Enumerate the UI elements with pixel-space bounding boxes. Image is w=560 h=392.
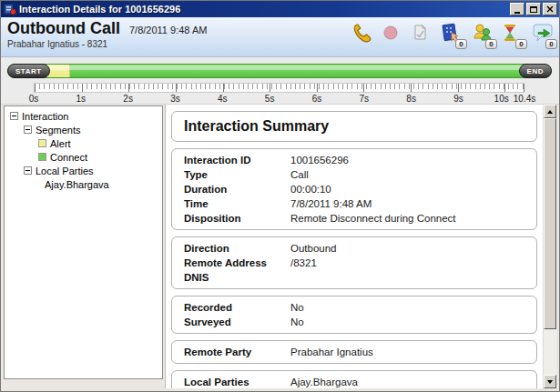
field-label: Remote Party — [184, 345, 290, 359]
field-value: No — [290, 315, 304, 329]
field-value: Outbound — [290, 241, 337, 256]
field-value: Ajay.Bhargava — [290, 375, 358, 388]
arrow-down-icon — [547, 380, 553, 384]
summary-row: Interaction ID 1001656296 — [172, 153, 536, 167]
field-label: Direction — [184, 241, 290, 256]
tick-label: 9s — [453, 94, 463, 104]
tree-item-label: Alert — [50, 138, 71, 149]
field-value: Prabahar Ignatius — [290, 345, 373, 359]
interaction-tree: Interaction Segments Alert Connect Local… — [4, 106, 163, 379]
tree-item-interaction[interactable]: Interaction — [5, 109, 162, 123]
call-party-line: Prabahar Ignatius - 8321 — [7, 39, 207, 49]
timeline-end-handle[interactable]: END — [519, 64, 552, 78]
ruler-minor-ticks — [35, 84, 524, 89]
responses-count-badge: 0 — [545, 39, 557, 49]
tree-item-alert[interactable]: Alert — [5, 136, 162, 150]
ruler-tick — [270, 84, 270, 92]
scroll-down-button[interactable] — [544, 375, 556, 388]
review-icon — [411, 21, 429, 46]
responses-button[interactable]: 0 — [531, 21, 555, 50]
phone-call-button[interactable] — [351, 21, 374, 50]
summary-row: Direction Outbound — [172, 241, 536, 256]
ruler-tick — [223, 84, 224, 92]
tick-label: 10.4s — [514, 94, 535, 104]
summary-row: Recorded No — [172, 300, 536, 315]
ruler-tick — [128, 84, 129, 92]
ruler-tick — [458, 84, 459, 92]
summary-row: Disposition Remote Disconnect during Con… — [172, 211, 536, 226]
ruler-tick — [524, 84, 524, 92]
tree-item-segments[interactable]: Segments — [5, 123, 162, 136]
tree-item-label: Ajay.Bhargava — [45, 179, 109, 190]
minimize-button[interactable] — [510, 3, 524, 15]
attributes-count-badge: 0 — [455, 39, 467, 49]
field-value: No — [290, 300, 304, 315]
tree-item-local-parties[interactable]: Local Parties — [5, 164, 162, 177]
minimize-icon — [514, 12, 520, 14]
maximize-icon — [530, 6, 537, 13]
call-header: Outbound Call 7/8/2011 9:48 AM Prabahar … — [1, 17, 559, 57]
field-value: Remote Disconnect during Connect — [290, 211, 456, 226]
tick-label: 5s — [265, 94, 275, 104]
tree-item-ajay-bhargava[interactable]: Ajay.Bhargava — [5, 177, 162, 191]
record-button[interactable] — [381, 21, 404, 50]
summary-title: Interaction Summary — [184, 118, 329, 135]
tick-label: 4s — [218, 94, 228, 104]
participants-count-badge: 0 — [485, 39, 497, 49]
collapse-icon[interactable] — [24, 166, 32, 175]
tree-item-label: Connect — [50, 152, 87, 163]
summary-row: Remote Party Prabahar Ignatius — [172, 345, 536, 359]
summary-section-direction: Direction Outbound Remote Address /8321 … — [171, 236, 537, 289]
close-button[interactable] — [543, 3, 557, 15]
tree-item-label: Interaction — [22, 111, 68, 122]
tree-item-connect[interactable]: Connect — [5, 150, 162, 164]
field-value: /8321 — [290, 256, 317, 270]
tick-label: 3s — [170, 94, 180, 104]
timeline-bar[interactable] — [7, 64, 552, 78]
summary-section-remote-party: Remote Party Prabahar Ignatius — [171, 340, 537, 364]
ruler-tick — [82, 84, 83, 92]
participants-button[interactable]: 0 — [471, 21, 494, 50]
summary-section-recording: Recorded No Surveyed No — [171, 296, 537, 334]
timeline-start-handle[interactable]: START — [7, 64, 50, 78]
phone-icon — [351, 21, 374, 46]
summary-title-box: Interaction Summary — [171, 111, 537, 142]
tick-label: 0s — [29, 94, 39, 104]
scroll-up-button[interactable] — [544, 105, 556, 118]
field-value: 1001656296 — [290, 153, 349, 167]
record-icon — [381, 21, 401, 46]
summary-section-general: Interaction ID 1001656296 Type Call Dura… — [171, 148, 537, 230]
interaction-details-window: Interaction Details for 1001656296 Outbo… — [0, 0, 560, 392]
tree-item-label: Local Parties — [36, 166, 94, 176]
call-toolbar: 0 0 0 — [351, 21, 555, 50]
summary-row: Duration 00:00:10 — [172, 182, 536, 196]
field-label: Type — [184, 167, 290, 182]
attributes-button[interactable]: 0 — [441, 21, 464, 50]
field-value: 00:00:10 — [290, 182, 331, 196]
title-bar[interactable]: Interaction Details for 1001656296 — [1, 1, 559, 17]
field-label: Local Parties — [184, 375, 290, 388]
field-label: Remote Address — [184, 256, 290, 270]
scrollbar-thumb[interactable] — [544, 118, 556, 329]
timeline-area: START END 0s 1s 2s 3s 4s 5s 6s 7s 8 — [1, 57, 559, 105]
tick-label: 2s — [123, 94, 133, 104]
collapse-icon[interactable] — [24, 126, 32, 134]
maximize-button[interactable] — [526, 3, 541, 15]
connect-segment-swatch-icon — [38, 153, 46, 161]
field-label: Duration — [184, 182, 290, 196]
ruler-tick — [411, 84, 412, 92]
ruler-tick — [363, 84, 364, 92]
vertical-scrollbar[interactable] — [543, 105, 556, 388]
call-type-title: Outbound Call — [7, 19, 120, 38]
review-button[interactable] — [411, 21, 434, 50]
summary-row: Time 7/8/2011 9:48 AM — [172, 196, 536, 211]
field-label: Recorded — [184, 300, 290, 315]
field-value: Call — [290, 167, 309, 182]
collapse-icon[interactable] — [10, 112, 18, 120]
summary-row: Remote Address /8321 — [172, 256, 536, 270]
summary-content: Interaction Summary Interaction ID 10016… — [171, 105, 537, 388]
call-datetime: 7/8/2011 9:48 AM — [129, 25, 207, 35]
ruler-tick — [176, 84, 177, 92]
tick-label: 10s — [494, 94, 509, 104]
hold-events-button[interactable]: 0 — [501, 21, 524, 50]
